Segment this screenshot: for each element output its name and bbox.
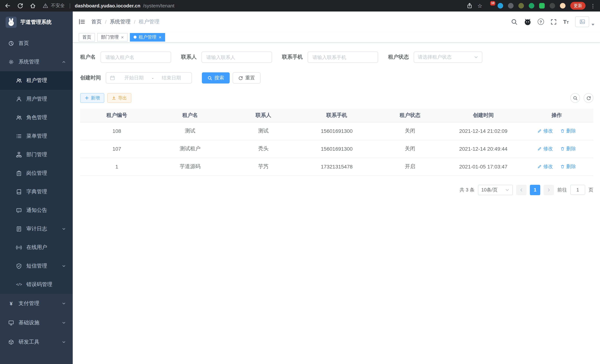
address-bar[interactable]: 不安全 dashboard.yudao.iocoder.cn/system/te… (43, 3, 174, 9)
table-row[interactable]: 108 测试 测试 15601691300 关闭 2021-12-14 21:0… (80, 122, 593, 140)
sidebar-item-error-code[interactable]: </> 错误码管理 (0, 275, 73, 294)
sidebar-item-notice[interactable]: 通知公告 (0, 201, 73, 220)
sidebar-item-label: 短信管理 (26, 263, 47, 269)
github-icon[interactable] (524, 18, 531, 25)
delete-link[interactable]: 删除 (560, 163, 576, 170)
column-header[interactable]: 联系人 (227, 109, 300, 122)
current-page-button[interactable]: 1 (530, 185, 540, 195)
tab-tenant[interactable]: 租户管理 × (130, 33, 165, 41)
phone-input[interactable] (308, 52, 378, 63)
column-header[interactable]: 租户名 (153, 109, 227, 122)
notice-message-icon (16, 207, 22, 213)
sidebar-item-dept[interactable]: 部门管理 (0, 145, 73, 164)
add-button[interactable]: 新增 (80, 93, 104, 103)
tenant-name-input[interactable] (101, 52, 171, 63)
update-button[interactable]: 更新 (570, 2, 586, 10)
search-button[interactable]: 搜索 (202, 72, 230, 84)
breadcrumb-home[interactable]: 首页 (91, 18, 102, 25)
next-page-button[interactable] (544, 185, 554, 195)
column-header[interactable]: 租户状态 (374, 109, 447, 122)
chevron-right-icon (547, 187, 551, 192)
font-size-icon[interactable]: TT (563, 19, 569, 25)
share-icon[interactable] (466, 3, 473, 9)
browser-menu-icon[interactable]: ⋮ (590, 3, 596, 8)
page-size-select[interactable]: 10条/页 (478, 185, 513, 195)
edit-link[interactable]: 修改 (537, 128, 553, 134)
contact-input[interactable] (201, 52, 272, 63)
refresh-icon[interactable] (17, 3, 23, 9)
extension-icon-2[interactable] (497, 3, 503, 9)
column-header[interactable]: 联系手机 (300, 109, 373, 122)
sidebar-item-label: 系统管理 (19, 59, 39, 65)
extension-icon-6[interactable] (539, 3, 545, 9)
refresh-table-button[interactable] (584, 93, 593, 103)
help-icon[interactable]: ? (537, 19, 544, 25)
sidebar-item-tenant[interactable]: 租户管理 (0, 71, 73, 90)
avatar[interactable] (575, 16, 589, 27)
refresh-icon (586, 95, 591, 100)
date-range-picker[interactable]: 开始日期 - 结束日期 (106, 72, 192, 84)
goto-page-input[interactable] (570, 185, 585, 195)
hide-search-button[interactable] (570, 93, 580, 103)
sidebar-fold-icon[interactable] (78, 18, 85, 25)
reset-button[interactable]: 重置 (233, 72, 261, 84)
delete-label: 删除 (566, 163, 576, 170)
cell-status: 关闭 (374, 140, 447, 158)
sidebar-item-sms[interactable]: 短信管理 (0, 257, 73, 275)
security-label[interactable]: 不安全 (51, 3, 65, 9)
rabbit-logo-icon (6, 17, 16, 27)
url-host[interactable]: dashboard.yudao.iocoder.cn (75, 3, 141, 9)
logo-row[interactable]: 芋道管理系统 (0, 11, 73, 33)
sidebar-item-system[interactable]: 系统管理 (0, 53, 73, 71)
extension-icon-1[interactable]: 10 (487, 3, 493, 9)
fullscreen-icon[interactable] (550, 18, 557, 25)
table-row[interactable]: 107 测试租户 秃头 15601691300 关闭 2021-12-14 20… (80, 140, 593, 158)
column-header[interactable]: 租户编号 (80, 109, 153, 122)
create-time-label: 创建时间 (80, 75, 101, 81)
breadcrumb-system[interactable]: 系统管理 (110, 18, 131, 25)
status-select[interactable]: 请选择租户状态 (414, 52, 482, 63)
edit-link[interactable]: 修改 (537, 145, 553, 152)
user-menu[interactable] (575, 16, 594, 27)
contact-label: 联系人 (181, 54, 197, 60)
tab-dept[interactable]: 部门管理 × (97, 33, 127, 41)
delete-link[interactable]: 删除 (560, 128, 576, 134)
tab-home[interactable]: 首页 (79, 33, 95, 41)
extension-icon-8[interactable] (560, 3, 565, 9)
table-row[interactable]: 1 芋道源码 芋艿 17321315478 开启 2021-01-05 17:0… (80, 158, 593, 176)
extension-icon-7[interactable] (550, 3, 555, 9)
sidebar-item-dict[interactable]: 字典管理 (0, 183, 73, 201)
sidebar-item-menu[interactable]: 菜单管理 (0, 127, 73, 145)
tab-label: 首页 (82, 34, 91, 40)
back-icon[interactable] (4, 3, 11, 9)
column-header[interactable]: 创建时间 (447, 109, 520, 122)
export-button[interactable]: 导出 (107, 93, 131, 103)
url-path[interactable]: /system/tenant (143, 3, 174, 9)
sidebar-item-post[interactable]: 岗位管理 (0, 164, 73, 183)
filter-status: 租户状态 请选择租户状态 (388, 52, 482, 63)
delete-link[interactable]: 删除 (560, 145, 576, 152)
sidebar-item-devtools[interactable]: 研发工具 (0, 332, 73, 352)
tab-close-icon[interactable]: × (159, 35, 161, 39)
sidebar-item-online-users[interactable]: 在线用户 (0, 238, 73, 257)
sidebar-item-role[interactable]: 角色管理 (0, 108, 73, 127)
extension-icon-4[interactable] (518, 3, 524, 9)
sidebar-item-label: 基础设施 (19, 319, 39, 326)
search-icon[interactable] (511, 18, 517, 25)
user-icon (16, 96, 22, 102)
home-icon[interactable] (30, 3, 36, 9)
sidebar-item-payment[interactable]: ¥ 支付管理 (0, 294, 73, 313)
edit-link[interactable]: 修改 (537, 163, 553, 170)
column-header[interactable]: 操作 (520, 109, 593, 122)
extension-icon-5[interactable] (529, 3, 534, 9)
sidebar-item-home[interactable]: 首页 (0, 34, 73, 53)
bookmark-star-icon[interactable]: ☆ (477, 3, 482, 9)
extension-icon-3[interactable] (508, 3, 514, 9)
cell-tenant-name: 测试租户 (153, 140, 227, 158)
tab-close-icon[interactable]: × (121, 35, 124, 39)
sidebar-item-audit-log[interactable]: 审计日志 (0, 220, 73, 238)
dict-book-icon (16, 189, 22, 195)
prev-page-button[interactable] (516, 185, 526, 195)
sidebar-item-infra[interactable]: 基础设施 (0, 313, 73, 332)
sidebar-item-user[interactable]: 用户管理 (0, 90, 73, 108)
